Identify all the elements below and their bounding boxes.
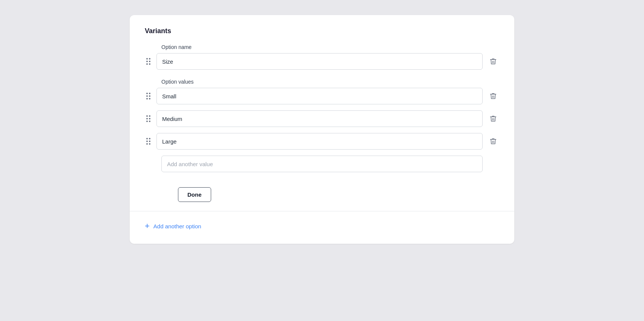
add-another-option-label: Add another option [153,223,201,229]
drag-dot [146,118,148,119]
value-input-medium[interactable] [156,110,483,127]
delete-value-small-button[interactable] [487,90,499,102]
drag-dot [146,61,148,62]
drag-dot [149,93,150,94]
trash-icon [489,92,497,100]
drag-dot [146,98,148,99]
drag-dot [146,95,148,97]
value-row-medium [145,110,499,127]
section-title: Variants [145,27,499,35]
drag-dot [146,58,148,60]
drag-dot [149,121,150,122]
page-wrapper: Variants Option name [8,8,636,321]
drag-dot [146,143,148,145]
delete-value-medium-button[interactable] [487,113,499,125]
option-name-section: Option name [145,44,499,70]
value-input-large[interactable] [156,133,483,150]
option-values-section: Option values [145,79,499,172]
variants-card: Variants Option name [130,15,514,244]
drag-dot [149,141,150,142]
drag-dot [149,138,150,139]
done-button[interactable]: Done [178,187,211,202]
drag-dot [146,141,148,142]
drag-dot [149,143,150,145]
delete-value-large-button[interactable] [487,135,499,147]
drag-dot [146,115,148,117]
value-input-small[interactable] [156,88,483,104]
drag-handle-large[interactable] [145,136,152,146]
values-list [145,88,499,153]
option-values-label: Option values [161,79,499,85]
trash-icon [489,115,497,122]
drag-dot [149,61,150,62]
trash-icon [489,58,497,65]
value-row-large [145,133,499,150]
drag-dot [149,63,150,65]
drag-dot [146,93,148,94]
add-another-option-row[interactable]: + Add another option [145,220,499,232]
drag-handle-medium[interactable] [145,114,152,124]
trash-icon [489,138,497,145]
option-name-label: Option name [161,44,499,50]
drag-dot [146,63,148,65]
add-option-plus-icon: + [145,222,150,230]
drag-dot [146,121,148,122]
drag-handle-small[interactable] [145,91,152,101]
drag-dot [149,95,150,97]
add-value-row [161,156,499,172]
section-divider [130,211,514,211]
option-name-row [145,53,499,70]
drag-dot [149,115,150,117]
drag-dot [149,118,150,119]
value-row-small [145,88,499,104]
drag-dot [149,58,150,60]
option-name-input[interactable] [156,53,483,70]
add-another-value-input[interactable] [161,156,483,172]
drag-dot [149,98,150,99]
drag-dot [146,138,148,139]
done-button-container: Done [161,180,499,202]
drag-handle-name[interactable] [145,57,152,66]
delete-option-button[interactable] [487,55,499,67]
